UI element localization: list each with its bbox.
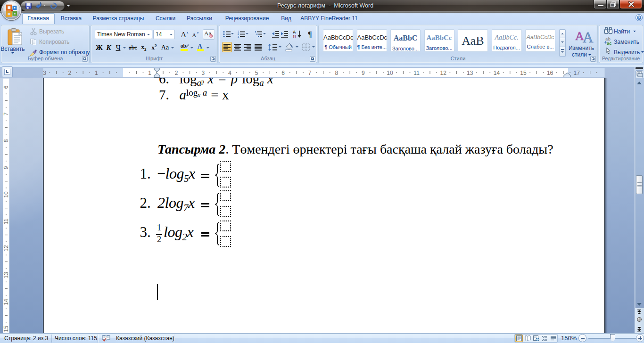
- svg-text:2: 2: [68, 70, 71, 76]
- svg-text:11: 11: [413, 70, 420, 76]
- svg-text:12: 12: [440, 70, 447, 76]
- svg-text:A: A: [192, 32, 197, 39]
- svg-text:1: 1: [95, 70, 98, 76]
- svg-text:3: 3: [201, 70, 205, 76]
- svg-text:A: A: [181, 30, 187, 39]
- svg-text:6: 6: [281, 70, 285, 76]
- svg-text:A: A: [583, 29, 594, 43]
- svg-text:15: 15: [520, 70, 527, 76]
- svg-text:ab: ab: [181, 43, 186, 49]
- svg-text:13: 13: [3, 272, 9, 278]
- svg-text:17: 17: [574, 70, 580, 76]
- svg-text:1: 1: [148, 70, 151, 76]
- svg-text:10: 10: [387, 70, 393, 76]
- svg-text:10: 10: [3, 191, 9, 198]
- svg-text:8: 8: [335, 70, 338, 76]
- svg-text:2: 2: [175, 70, 178, 76]
- svg-text:16: 16: [547, 70, 553, 76]
- svg-text:9: 9: [362, 70, 365, 76]
- svg-text:Я: Я: [293, 34, 296, 38]
- svg-text:14: 14: [3, 299, 9, 305]
- svg-text:4: 4: [228, 70, 231, 76]
- svg-text:ac: ac: [607, 41, 612, 45]
- svg-text:14: 14: [494, 70, 500, 76]
- svg-text:5: 5: [255, 70, 258, 76]
- svg-text:¶: ¶: [308, 30, 312, 38]
- svg-text:A: A: [198, 43, 203, 50]
- svg-text:8: 8: [3, 139, 9, 142]
- svg-text:7: 7: [3, 112, 9, 115]
- svg-text:6: 6: [3, 85, 9, 89]
- svg-text:3: 3: [238, 35, 239, 38]
- svg-text:13: 13: [467, 70, 473, 76]
- svg-text:11: 11: [3, 218, 9, 224]
- svg-text:15: 15: [3, 326, 9, 332]
- svg-text:3: 3: [43, 70, 46, 76]
- svg-text:7: 7: [308, 70, 312, 76]
- svg-text:9: 9: [3, 166, 9, 169]
- svg-text:12: 12: [3, 245, 9, 252]
